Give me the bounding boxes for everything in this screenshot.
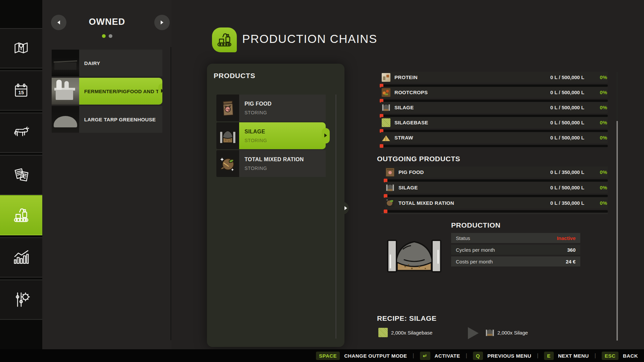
silage-icon <box>216 122 239 149</box>
sidebar-item-statistics[interactable] <box>0 237 42 278</box>
page-title: PRODUCTION CHAINS <box>242 32 377 46</box>
product-row-pig-food[interactable]: PIG FOOD STORING <box>216 95 326 121</box>
change-output-mode-action[interactable]: CHANGE OUTPUT MODE <box>344 353 407 359</box>
fill-row-silagebase[interactable]: SILAGEBASE 0 L / 500,000 L 0% <box>381 117 608 132</box>
sidebar-item-contracts[interactable] <box>0 155 42 195</box>
previous-menu-action[interactable]: PREVIOUS MENU <box>487 353 531 359</box>
fill-level-bar <box>381 100 608 102</box>
selected-arrow-icon <box>161 89 162 93</box>
fill-name: SILAGE <box>398 185 550 190</box>
status-value: Inactive <box>557 235 576 241</box>
costs-value: 24 € <box>566 259 576 264</box>
silage-icon <box>382 103 390 112</box>
fill-row-silage[interactable]: SILAGE 0 L / 500,000 L 0% <box>381 102 608 117</box>
fill-amount: 0 L / 500,000 L <box>550 74 584 80</box>
separator: | <box>537 353 538 359</box>
fill-amount: 0 L / 350,000 L <box>550 169 584 175</box>
production-chains-header-icon <box>212 27 237 52</box>
product-status: STORING <box>245 166 326 171</box>
straw-icon <box>382 133 390 142</box>
fill-percent: 0% <box>591 120 607 125</box>
building-row-dairy[interactable]: DAIRY <box>52 50 162 76</box>
fill-row-out-silage[interactable]: SILAGE 0 L / 500,000 L 0% <box>385 182 608 197</box>
fill-name: STRAW <box>394 135 550 140</box>
fill-percent: 0% <box>591 74 607 80</box>
product-row-total-mixed-ration[interactable]: TOTAL MIXED RATION STORING <box>216 150 326 177</box>
page-dot-active <box>102 34 106 38</box>
fill-amount: 0 L / 500,000 L <box>550 185 584 190</box>
panel-expand-notch[interactable] <box>340 202 349 215</box>
fill-row-rootcrops[interactable]: ROOTCROPS 0 L / 500,000 L 0% <box>381 87 608 102</box>
production-chains-icon <box>12 206 30 224</box>
owned-page-dots <box>42 34 172 38</box>
total-mixed-ration-icon <box>216 150 239 177</box>
product-name: TOTAL MIXED RATION <box>245 157 326 163</box>
arrow-right-icon <box>344 206 347 210</box>
activate-action[interactable]: ACTIVATE <box>435 353 460 359</box>
costs-label: Costs per month <box>456 259 493 264</box>
building-thumbnail-dairy <box>52 50 79 76</box>
production-heading: PRODUCTION <box>451 221 500 229</box>
map-icon <box>13 40 30 57</box>
fill-percent: 0% <box>591 105 607 110</box>
selected-arrow-icon <box>324 133 327 137</box>
key-q[interactable]: Q <box>473 352 483 360</box>
owned-panel-title: OWNED <box>42 17 172 27</box>
fill-percent: 0% <box>591 89 607 95</box>
fill-row-straw[interactable]: STRAW 0 L / 500,000 L 0% <box>381 132 608 147</box>
fill-row-protein[interactable]: PROTEIN 0 L / 500,000 L 0% <box>381 72 608 87</box>
status-label: Status <box>456 235 470 241</box>
production-chains-screen: 15 <box>0 0 644 362</box>
production-building-image <box>386 236 443 275</box>
next-menu-action[interactable]: NEXT MENU <box>558 353 589 359</box>
recipe-heading: RECIPE: SILAGE <box>377 314 437 322</box>
silage-icon <box>485 328 494 337</box>
key-esc[interactable]: ESC <box>602 352 619 360</box>
production-cycles-row: Cycles per month 360 <box>451 245 580 255</box>
fill-percent: 0% <box>591 200 607 206</box>
contracts-icon <box>12 166 30 184</box>
fill-name: PIG FOOD <box>398 169 550 175</box>
building-row-greenhouse[interactable]: LARGE TARP GREENHOUSE <box>52 106 162 133</box>
fill-level-bar <box>381 84 608 87</box>
recipe-arrow-icon <box>468 327 479 339</box>
back-action[interactable]: BACK <box>623 353 638 359</box>
key-enter[interactable]: ↵ <box>420 352 430 360</box>
product-label: PIG FOOD STORING <box>239 95 326 121</box>
building-name: DAIRY <box>79 50 162 76</box>
separator: | <box>466 353 467 359</box>
owned-next-page-button[interactable] <box>154 15 170 30</box>
calendar-day-label: 15 <box>18 90 24 95</box>
production-status-row: Status Inactive <box>451 233 580 243</box>
recipe-output-text: 2,000x Silage <box>497 330 528 336</box>
product-name: SILAGE <box>245 129 326 135</box>
sidebar-item-calendar[interactable]: 15 <box>0 70 42 111</box>
fill-row-out-pig-food[interactable]: PIG FOOD 0 L / 350,000 L 0% <box>385 167 608 182</box>
product-label: SILAGE STORING <box>239 122 326 149</box>
pig-food-icon <box>216 95 239 121</box>
sidebar-item-map[interactable] <box>0 28 42 68</box>
fill-amount: 0 L / 500,000 L <box>550 105 584 110</box>
fill-level-marker <box>380 144 383 148</box>
pig-food-icon <box>386 168 394 177</box>
total-mixed-ration-icon <box>386 199 394 207</box>
detail-scrollbar-thumb[interactable] <box>616 121 618 341</box>
sidebar-item-production-chains[interactable] <box>0 195 42 235</box>
fill-row-out-total-mixed-ration[interactable]: TOTAL MIXED RATION 0 L / 350,000 L 0% <box>385 197 608 213</box>
key-e[interactable]: E <box>544 352 554 360</box>
sidebar-item-settings[interactable] <box>0 280 42 320</box>
cycles-label: Cycles per month <box>456 247 495 253</box>
fill-amount: 0 L / 500,000 L <box>550 89 584 95</box>
fill-amount: 0 L / 350,000 L <box>550 200 584 206</box>
product-row-silage[interactable]: SILAGE STORING <box>216 122 326 149</box>
key-space[interactable]: SPACE <box>316 352 340 360</box>
fill-percent: 0% <box>591 185 607 190</box>
products-scrollbar[interactable] <box>335 95 336 339</box>
building-row-fermenter[interactable]: FERMENTER/PIGFOOD AND TM <box>52 78 162 105</box>
silagebase-icon <box>378 328 388 337</box>
sidebar: 15 <box>0 0 42 362</box>
sidebar-item-animals[interactable] <box>0 113 42 153</box>
fill-level-bar <box>385 210 608 213</box>
building-thumbnail-fermenter <box>52 78 79 105</box>
owned-scrollbar[interactable] <box>170 47 171 340</box>
